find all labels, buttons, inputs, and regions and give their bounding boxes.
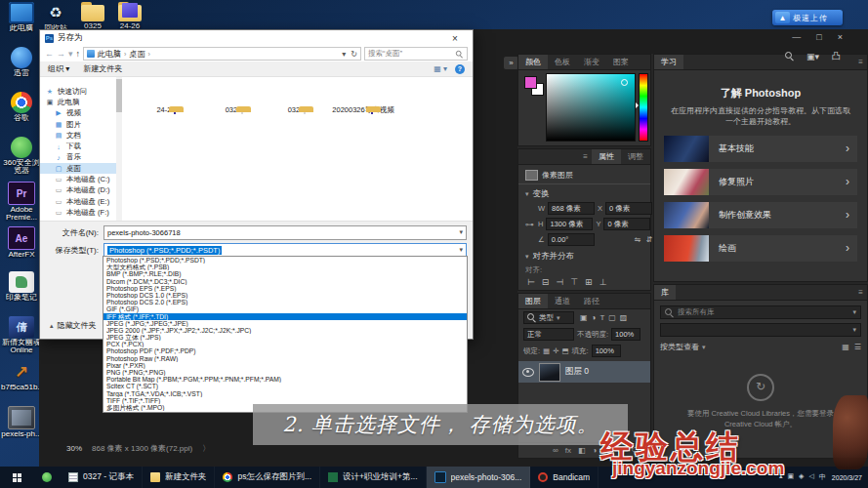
format-option[interactable]: GIF (*.GIF) — [103, 305, 467, 312]
recent-locations-icon[interactable]: ▾ — [68, 49, 73, 59]
view-mode-icon[interactable]: ▦ ▾ — [434, 64, 447, 73]
format-option[interactable]: JPEG (*.JPG;*.JPEG;*.JPE) — [103, 320, 467, 327]
status-chevron-icon[interactable]: 〉 — [202, 443, 210, 454]
dialog-title-bar[interactable]: Ps 另存为 × — [40, 30, 473, 46]
filter-pixel-icon[interactable]: ▣ — [580, 313, 588, 322]
tray-expand-icon[interactable]: ▴ — [779, 472, 783, 482]
sidebar-item[interactable]: ▤ 文档 — [40, 130, 122, 141]
breadcrumb-root[interactable]: 此电脑 — [98, 49, 121, 60]
panel-tab[interactable]: 渐变 — [577, 55, 606, 69]
new-layer-icon[interactable]: ⊞ — [618, 446, 625, 455]
learn-card[interactable]: 修复照片 › — [664, 169, 857, 195]
tray-date[interactable]: 2020/3/27 — [832, 474, 862, 481]
refresh-icon[interactable]: ↻ — [351, 50, 357, 59]
link-layers-icon[interactable]: ∞ — [553, 446, 558, 455]
maximize-button[interactable]: □ — [816, 32, 821, 42]
align-bottom-icon[interactable]: ⊥ — [599, 277, 607, 287]
lock-pixels-icon[interactable]: ▦ — [543, 346, 550, 355]
zoom-level[interactable]: 30% — [66, 444, 82, 453]
transform-section-header[interactable]: ▾ 变换 — [518, 186, 650, 201]
y-field[interactable]: 0 像素 — [603, 218, 650, 230]
sidebar-item[interactable]: ▣ 此电脑 — [40, 97, 122, 107]
filter-shape-icon[interactable]: ▢ — [608, 313, 616, 322]
up-icon[interactable]: ↑ — [76, 49, 81, 59]
align-center-h-icon[interactable]: ⊟ — [542, 277, 550, 287]
format-option[interactable]: Photoshop Raw (*.RAW) — [103, 355, 467, 362]
panel-tab[interactable]: 颜色 — [518, 55, 548, 69]
sidebar-item[interactable]: ▭ 本地磁盘 (C:) — [40, 174, 122, 184]
link-dimensions-icon[interactable]: ⊶ — [525, 220, 535, 229]
desktop-icon[interactable]: Ae AfterFX — [0, 226, 43, 271]
width-field[interactable]: 868 像素 — [548, 202, 595, 215]
format-option[interactable]: Scitex CT (*.SCT) — [103, 383, 467, 389]
share-icon[interactable]: 凸 — [832, 50, 841, 62]
forward-icon[interactable]: → — [57, 49, 65, 59]
tab-learn[interactable]: 学习 — [654, 55, 683, 69]
panel-tab[interactable]: 路径 — [577, 294, 606, 308]
chrome-task[interactable]: ps怎么保存图片到... — [215, 467, 320, 488]
color-cursor[interactable] — [621, 79, 628, 86]
filter-adjustment-icon[interactable]: ◑ — [592, 313, 597, 322]
minimize-button[interactable]: — — [792, 32, 801, 42]
close-icon[interactable]: × — [442, 33, 468, 44]
desktop-icon[interactable]: 谷歌 — [0, 92, 43, 137]
sidebar-item[interactable]: ▭ 本地磁盘 (D:) — [40, 185, 122, 196]
sidebar-item[interactable]: ↓ 下载 — [40, 141, 122, 151]
search-icon[interactable] — [785, 52, 794, 61]
panel-menu-icon[interactable]: ≡ — [858, 55, 867, 69]
desktop-icon[interactable]: 360安全浏览器 — [0, 137, 43, 182]
format-option[interactable]: JPEG 2000 (*.JPF;*.JPX;*.JP2;*.J2C;*.J2K… — [103, 327, 467, 334]
sidebar-item[interactable]: ▢ 桌面 — [40, 163, 122, 174]
tray-volume-icon[interactable]: ◁ — [808, 472, 813, 482]
delete-layer-icon[interactable]: ⌫ — [632, 446, 642, 455]
format-option[interactable]: Photoshop DCS 2.0 (*.EPS) — [103, 299, 467, 305]
format-option[interactable]: PNG (*.PNG;*.PNG) — [103, 369, 467, 376]
format-option[interactable]: Photoshop DCS 1.0 (*.EPS) — [103, 292, 467, 299]
format-option[interactable]: TIFF (*.TIF;*.TIFF) — [103, 397, 467, 404]
desktop-icon[interactable]: Pr Adobe Premie... — [0, 182, 43, 226]
panel-tab[interactable]: 通道 — [548, 294, 577, 308]
panel-tab[interactable]: 属性 — [592, 149, 621, 164]
blend-mode-dropdown[interactable]: 正常 — [523, 328, 574, 341]
align-section-header[interactable]: ▾ 对齐并分布 — [518, 249, 650, 264]
lock-all-icon[interactable]: ⬒ — [561, 346, 568, 355]
desktop-icon[interactable]: 迅雷 — [0, 47, 43, 92]
layer-mask-icon[interactable]: ◧ — [578, 446, 586, 455]
hue-slider[interactable] — [639, 73, 648, 142]
format-option[interactable]: Photoshop PDF (*.PDF;*.PDP) — [103, 347, 467, 354]
x-field[interactable]: 0 像素 — [605, 202, 652, 215]
learn-card[interactable]: 制作创意效果 › — [664, 202, 857, 228]
back-icon[interactable]: ← — [45, 49, 54, 59]
netdisk-upload-pill[interactable]: ▲ 极速上传 — [772, 10, 843, 25]
panel-tab[interactable]: 调整 — [621, 149, 650, 164]
list-view-icon[interactable]: ☰ — [854, 343, 861, 351]
tray-network-icon[interactable]: ◈ — [799, 472, 804, 482]
layer-row[interactable]: 图层 0 — [518, 361, 650, 383]
tray-app-icon[interactable]: ▣ — [787, 472, 794, 482]
filter-type-icon[interactable]: T — [599, 313, 604, 322]
format-option[interactable]: PCX (*.PCX) — [103, 341, 467, 347]
lock-position-icon[interactable]: ✛ — [553, 346, 558, 355]
help-icon[interactable]: ? — [455, 64, 465, 74]
align-right-icon[interactable]: ⊣ — [556, 277, 563, 287]
layer-name[interactable]: 图层 0 — [565, 366, 589, 378]
height-field[interactable]: 1300 像素 — [546, 218, 593, 230]
sidebar-item[interactable]: ★ 快速访问 — [40, 86, 122, 97]
learn-card[interactable]: 基本技能 › — [664, 136, 857, 162]
folder-item[interactable]: 0326 — [269, 106, 323, 115]
panel-tab[interactable]: 色板 — [548, 55, 577, 69]
search-input[interactable]: 搜索“桌面” — [364, 47, 468, 61]
desktop-icon[interactable]: 印象笔记 — [0, 271, 43, 316]
tab-libraries[interactable]: 库 — [654, 285, 676, 300]
folder-item[interactable]: 24-26 — [134, 106, 198, 115]
libraries-dropdown[interactable]: ▾ — [660, 323, 861, 337]
format-option[interactable]: Portable Bit Map (*.PBM;*.PGM;*.PPM;*.PN… — [103, 376, 467, 383]
format-option[interactable]: 大型文档格式 (*.PSB) — [103, 264, 467, 270]
sidebar-item[interactable]: ▭ 本地磁盘 (F:) — [40, 207, 122, 218]
align-left-icon[interactable]: ⊢ — [527, 277, 535, 287]
sidebar-item[interactable]: ♪ 音乐 — [40, 152, 122, 163]
new-folder-button[interactable]: 新建文件夹 — [83, 63, 122, 74]
adjustment-layer-icon[interactable]: ◑ — [593, 446, 598, 455]
view-by-dropdown[interactable]: 按类型查看 — [660, 342, 699, 352]
folder-item[interactable]: 0325 — [206, 106, 261, 115]
